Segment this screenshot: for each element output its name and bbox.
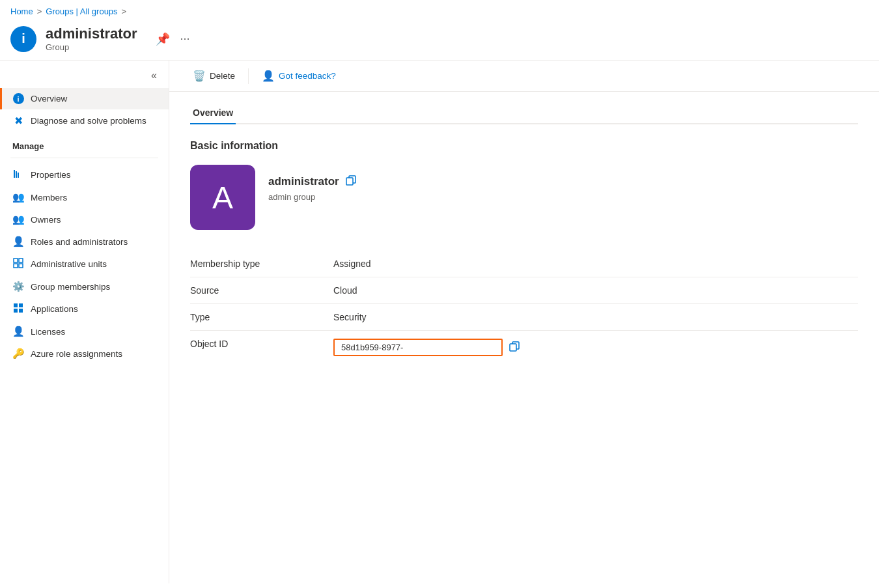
sidebar-divider <box>10 158 158 158</box>
properties-icon <box>12 169 24 181</box>
sidebar-item-members[interactable]: 👥 Members <box>0 186 169 208</box>
toolbar-divider <box>248 68 249 84</box>
right-panel: 🗑️ Delete 👤 Got feedback? Overview Basic… <box>169 61 879 583</box>
info-icon: i <box>12 93 24 104</box>
page-title: administrator <box>46 25 137 42</box>
svg-rect-14 <box>510 344 516 351</box>
table-row: Object ID 58d1b959-8977- <box>190 331 858 365</box>
group-avatar: A <box>190 165 255 230</box>
sidebar-item-label: Overview <box>31 94 67 104</box>
delete-label: Delete <box>210 71 235 81</box>
sidebar-item-admin-units[interactable]: Administrative units <box>0 253 169 275</box>
group-description: admin group <box>268 192 357 202</box>
breadcrumb: Home > Groups | All groups > <box>0 0 879 20</box>
sidebar-item-label: Azure role assignments <box>31 349 122 359</box>
info-table: Membership type Assigned Source Cloud Ty… <box>190 251 858 364</box>
svg-rect-7 <box>14 303 18 307</box>
page-header: i administrator Group 📌 ··· <box>0 20 879 61</box>
feedback-label: Got feedback? <box>279 71 336 81</box>
breadcrumb-groups[interactable]: Groups | All groups <box>46 7 117 16</box>
field-label: Source <box>190 277 333 304</box>
object-id-cell: 58d1b959-8977- <box>333 339 858 356</box>
sidebar-item-azure-roles[interactable]: 🔑 Azure role assignments <box>0 343 169 365</box>
content-toolbar: 🗑️ Delete 👤 Got feedback? <box>169 61 879 92</box>
delete-button[interactable]: 🗑️ Delete <box>185 66 243 86</box>
header-icon: i <box>10 26 36 52</box>
copy-object-id-icon[interactable] <box>508 340 521 356</box>
sidebar-item-label: Members <box>31 193 67 203</box>
group-name-row: administrator <box>268 174 357 189</box>
admin-units-icon <box>12 258 24 270</box>
svg-rect-9 <box>14 309 18 313</box>
licenses-icon: 👤 <box>12 326 24 337</box>
field-value: Assigned <box>333 251 858 277</box>
breadcrumb-sep1: > <box>37 7 42 16</box>
page-subtitle: Group <box>46 42 137 52</box>
sidebar-item-label: Properties <box>31 170 71 180</box>
sidebar-item-licenses[interactable]: 👤 Licenses <box>0 320 169 343</box>
tab-overview[interactable]: Overview <box>190 102 236 124</box>
content-area: Overview Basic information A administrat… <box>169 92 879 583</box>
apps-icon <box>12 303 24 315</box>
svg-rect-5 <box>14 264 18 268</box>
sidebar: « i Overview ✖ Diagnose and solve proble… <box>0 61 169 583</box>
field-value: Security <box>333 304 858 331</box>
sidebar-item-diagnose[interactable]: ✖ Diagnose and solve problems <box>0 109 169 132</box>
sidebar-item-applications[interactable]: Applications <box>0 298 169 320</box>
field-label: Type <box>190 304 333 331</box>
field-value-object-id: 58d1b959-8977- <box>333 331 858 365</box>
more-options-icon[interactable]: ··· <box>178 29 193 48</box>
table-row: Type Security <box>190 304 858 331</box>
roles-icon: 👤 <box>12 236 24 247</box>
owners-icon: 👥 <box>12 214 24 225</box>
wrench-icon: ✖ <box>12 115 24 127</box>
sidebar-item-overview[interactable]: i Overview <box>0 88 169 109</box>
svg-rect-10 <box>19 309 23 313</box>
main-layout: « i Overview ✖ Diagnose and solve proble… <box>0 61 879 583</box>
sidebar-item-label: Administrative units <box>31 259 107 269</box>
svg-rect-12 <box>346 178 353 185</box>
sidebar-item-label: Group memberships <box>31 282 110 292</box>
sidebar-item-group-memberships[interactable]: ⚙️ Group memberships <box>0 275 169 298</box>
sidebar-section-manage: Manage <box>0 132 169 155</box>
sidebar-item-label: Diagnose and solve problems <box>31 116 146 126</box>
sidebar-item-label: Owners <box>31 215 61 225</box>
table-row: Source Cloud <box>190 277 858 304</box>
section-title: Basic information <box>190 140 858 152</box>
group-card: A administrator admin group <box>190 165 858 230</box>
sidebar-item-label: Licenses <box>31 327 65 337</box>
gear-icon: ⚙️ <box>12 281 24 292</box>
copy-name-icon[interactable] <box>344 174 357 189</box>
feedback-icon: 👤 <box>262 70 275 82</box>
svg-rect-3 <box>14 259 18 262</box>
svg-rect-4 <box>19 259 23 262</box>
sidebar-collapse: « <box>0 66 169 88</box>
svg-rect-6 <box>19 264 23 268</box>
group-details: administrator admin group <box>268 165 357 202</box>
members-icon: 👥 <box>12 191 24 203</box>
sidebar-item-label: Roles and administrators <box>31 237 128 247</box>
svg-rect-8 <box>19 303 23 307</box>
field-value: Cloud <box>333 277 858 304</box>
svg-rect-0 <box>14 170 15 178</box>
table-row: Membership type Assigned <box>190 251 858 277</box>
svg-rect-1 <box>16 171 17 178</box>
sidebar-item-owners[interactable]: 👥 Owners <box>0 208 169 231</box>
field-label: Object ID <box>190 331 333 365</box>
feedback-button[interactable]: 👤 Got feedback? <box>254 66 344 86</box>
header-info: administrator Group <box>46 25 137 52</box>
collapse-button[interactable]: « <box>147 68 161 83</box>
object-id-value: 58d1b959-8977- <box>333 339 503 356</box>
delete-icon: 🗑️ <box>193 70 206 82</box>
sidebar-item-properties[interactable]: Properties <box>0 163 169 186</box>
sidebar-item-label: Applications <box>31 304 78 314</box>
content-tabs: Overview <box>190 102 858 124</box>
group-name: administrator <box>268 175 339 188</box>
pin-icon[interactable]: 📌 <box>153 29 173 49</box>
header-actions: 📌 ··· <box>153 29 193 49</box>
svg-rect-2 <box>18 173 19 178</box>
azure-key-icon: 🔑 <box>12 348 24 359</box>
field-label: Membership type <box>190 251 333 277</box>
sidebar-item-roles[interactable]: 👤 Roles and administrators <box>0 231 169 253</box>
breadcrumb-home[interactable]: Home <box>10 7 33 16</box>
